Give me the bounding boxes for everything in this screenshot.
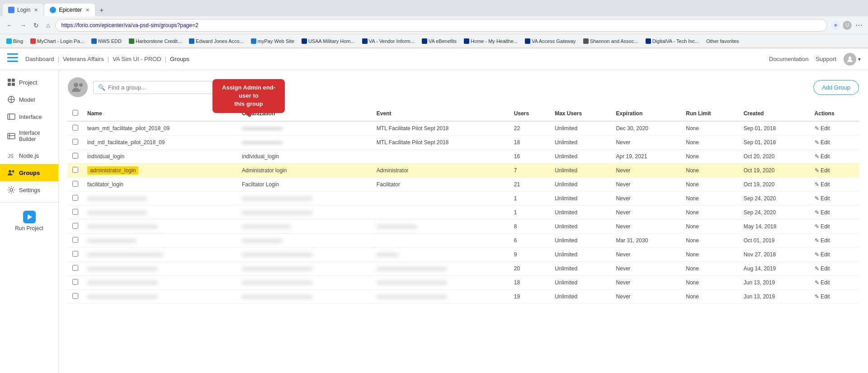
sidebar-item-model[interactable]: Model	[0, 91, 58, 108]
svg-rect-6	[8, 83, 11, 86]
select-all-checkbox[interactable]	[72, 110, 78, 116]
breadcrumb-va-sim[interactable]: VA Sim UI - PROD	[113, 56, 161, 62]
add-group-button[interactable]: Add Group	[813, 80, 859, 95]
row-checkbox-8[interactable]	[72, 223, 78, 229]
sidebar-item-interface[interactable]: Interface	[0, 108, 58, 125]
bookmark-edwardjones[interactable]: Edward Jones Acco...	[186, 38, 246, 45]
edit-link-8[interactable]: ✎ Edit	[815, 223, 854, 230]
bookmark-bing[interactable]: Bing	[4, 38, 26, 45]
app-header: Dashboard | Veterans Affairs | VA Sim UI…	[0, 48, 868, 70]
extensions-icon[interactable]: ★	[831, 21, 840, 30]
sidebar-item-settings[interactable]: Settings	[0, 181, 58, 198]
row-users-3: 16	[509, 150, 550, 164]
row-checkbox-2[interactable]	[72, 139, 78, 145]
svg-rect-11	[8, 114, 15, 119]
sidebar-label-groups: Groups	[19, 170, 40, 176]
row-created-1: Sep 01, 2018	[739, 121, 810, 136]
edit-link-4[interactable]: ✎ Edit	[815, 167, 854, 174]
user-info[interactable]: ▾	[844, 53, 861, 66]
bookmark-mychart[interactable]: MyChart - Login Pa...	[28, 38, 87, 45]
row-users-2: 18	[509, 136, 550, 150]
new-tab-button[interactable]: +	[96, 5, 107, 16]
row-org-10: xxxxxxxxxxxxxxxxxxxxxxxxxx	[237, 248, 372, 262]
edit-link-2[interactable]: ✎ Edit	[815, 139, 854, 146]
row-expiration-2: Never	[612, 136, 682, 150]
row-checkbox-11[interactable]	[72, 265, 78, 271]
table-row: xxxxxxxxxxxxxxxxxxxxxxxxxx xxxxxxxxxxxxx…	[68, 262, 859, 276]
edit-link-7[interactable]: ✎ Edit	[815, 209, 854, 216]
bookmark-shannon[interactable]: Shannon and Assoc...	[580, 38, 641, 45]
tab-close-epicenter[interactable]: ✕	[85, 7, 90, 13]
row-name-2: ind_mtl_facilitate_pilot_2018_09	[83, 136, 237, 150]
row-checkbox-5[interactable]	[72, 181, 78, 187]
row-name-13: xxxxxxxxxxxxxxxxxxxxxxxxxx	[83, 290, 237, 304]
table-row-highlighted: administrator_login Administrator login …	[68, 164, 859, 178]
row-maxusers-2: Unlimited	[550, 136, 611, 150]
tab-epicenter-label: Epicenter	[59, 7, 82, 13]
profile-icon[interactable]: U	[843, 21, 852, 30]
row-checkbox-3[interactable]	[72, 153, 78, 159]
bookmark-other-favorites[interactable]: Other favorites	[703, 38, 741, 45]
sidebar-item-interface-builder[interactable]: Interface Builder	[0, 125, 58, 147]
bookmark-va-ebenefits[interactable]: VA eBenefits	[419, 38, 459, 45]
edit-link-1[interactable]: ✎ Edit	[815, 125, 854, 132]
bookmark-usaa[interactable]: USAA Military Hom...	[299, 38, 358, 45]
app-logo[interactable]	[7, 53, 18, 65]
edit-link-5[interactable]: ✎ Edit	[815, 181, 854, 188]
edit-link-13[interactable]: ✎ Edit	[815, 293, 854, 300]
bookmark-va-vendor[interactable]: VA - Vendor Inform...	[359, 38, 417, 45]
menu-icon[interactable]: ⋯	[854, 21, 863, 30]
tab-login[interactable]: Login ✕	[3, 4, 43, 16]
svg-text:JS: JS	[8, 153, 14, 159]
address-input[interactable]	[55, 19, 827, 32]
sidebar-divider	[0, 202, 58, 203]
sidebar-item-groups[interactable]: Groups	[0, 164, 58, 181]
support-link[interactable]: Support	[816, 56, 836, 62]
edit-link-11[interactable]: ✎ Edit	[815, 265, 854, 272]
tab-epicenter[interactable]: Epicenter ✕	[44, 4, 95, 16]
row-expiration-13: Never	[612, 290, 682, 304]
tab-close-login[interactable]: ✕	[34, 7, 38, 13]
breadcrumb-veterans-affairs[interactable]: Veterans Affairs	[63, 56, 104, 62]
row-checkbox-10[interactable]	[72, 251, 78, 257]
bookmark-nws[interactable]: NWS EDD	[89, 38, 124, 45]
svg-rect-7	[12, 83, 15, 86]
row-checkbox-13[interactable]	[72, 293, 78, 299]
bookmark-digitalva[interactable]: DigitalVA - Tech Inc...	[643, 38, 702, 45]
row-checkbox-6[interactable]	[72, 195, 78, 201]
bookmark-va-access-gateway[interactable]: VA Access Gateway	[522, 38, 579, 45]
row-maxusers-7: Unlimited	[550, 206, 611, 220]
edit-link-10[interactable]: ✎ Edit	[815, 251, 854, 258]
row-checkbox-1[interactable]	[72, 125, 78, 131]
forward-button[interactable]: →	[18, 20, 28, 31]
edit-link-6[interactable]: ✎ Edit	[815, 195, 854, 202]
bookmark-va-healthe[interactable]: Home - My Healthe...	[461, 38, 520, 45]
row-event-11: xxxxxxxxxxxxxxxxxxxxxxxxxx	[372, 262, 509, 276]
sidebar-item-nodejs[interactable]: JS Node.js	[0, 147, 58, 164]
row-checkbox-4[interactable]	[72, 167, 78, 173]
edit-link-12[interactable]: ✎ Edit	[815, 279, 854, 286]
sidebar-label-nodejs: Node.js	[19, 152, 39, 159]
home-button[interactable]: ⌂	[44, 20, 52, 31]
bookmark-mypay[interactable]: myPay Web Site	[248, 38, 297, 45]
row-checkbox-12[interactable]	[72, 279, 78, 285]
documentation-link[interactable]: Documentation	[769, 56, 808, 62]
bookmark-harborstone[interactable]: Harborstone Credit...	[126, 38, 184, 45]
row-checkbox-9[interactable]	[72, 237, 78, 243]
sidebar-run-project[interactable]: Run Project	[0, 206, 58, 236]
back-button[interactable]: ←	[5, 20, 14, 31]
edit-link-3[interactable]: ✎ Edit	[815, 153, 854, 160]
breadcrumb-dashboard[interactable]: Dashboard	[25, 56, 54, 62]
row-org-2: xxxxxxxxxxxxxxx	[237, 136, 372, 150]
user-avatar	[844, 53, 856, 66]
mychart-icon	[30, 38, 36, 44]
table-row: ind_mtl_facilitate_pilot_2018_09 xxxxxxx…	[68, 136, 859, 150]
reload-button[interactable]: ↻	[32, 20, 41, 31]
row-expiration-1: Dec 30, 2020	[612, 121, 682, 136]
row-checkbox-7[interactable]	[72, 209, 78, 215]
row-runlimit-9: None	[681, 234, 739, 248]
edit-link-9[interactable]: ✎ Edit	[815, 237, 854, 244]
sidebar-item-project[interactable]: Project	[0, 74, 58, 91]
row-maxusers-5: Unlimited	[550, 178, 611, 192]
svg-marker-20	[28, 214, 32, 220]
